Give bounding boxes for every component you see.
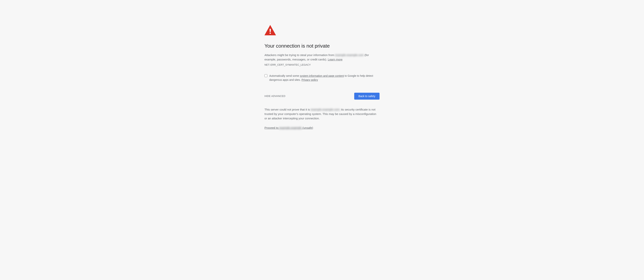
- privacy-policy-link[interactable]: Privacy policy: [302, 78, 318, 81]
- opt-in-checkbox[interactable]: [264, 74, 267, 77]
- button-row: HIDE ADVANCED Back to safety: [264, 93, 380, 100]
- learn-more-link[interactable]: Learn more: [328, 58, 342, 61]
- warning-body: Attackers might be trying to steal your …: [264, 53, 380, 62]
- error-code: NET::ERR_CERT_SYMANTEC_LEGACY: [264, 63, 380, 66]
- page-title: Your connection is not private: [264, 43, 380, 49]
- advanced-prefix: This server could not prove that it is: [264, 108, 311, 111]
- proceed-link[interactable]: Proceed to example.example (unsafe): [264, 126, 313, 129]
- hide-advanced-button[interactable]: HIDE ADVANCED: [264, 95, 285, 98]
- back-to-safety-button[interactable]: Back to safety: [354, 93, 380, 100]
- interstitial-page: Your connection is not private Attackers…: [264, 0, 380, 145]
- advanced-hostname-obscured: example.example.com;: [311, 108, 340, 111]
- proceed-suffix: (unsafe): [302, 126, 313, 129]
- warning-icon: [264, 25, 380, 35]
- opt-in-prefix: Automatically send some: [269, 74, 300, 77]
- advanced-explanation: This server could not prove that it is e…: [264, 107, 380, 121]
- svg-rect-1: [270, 29, 271, 32]
- proceed-prefix: Proceed to: [264, 126, 279, 129]
- proceed-hostname-obscured: example.example: [279, 126, 302, 129]
- system-info-link[interactable]: system information and page content: [300, 74, 344, 77]
- svg-rect-2: [270, 33, 271, 34]
- body-prefix: Attackers might be trying to steal your …: [264, 53, 335, 57]
- opt-in-row: Automatically send some system informati…: [264, 74, 380, 82]
- hostname-obscured: example.example.com: [335, 53, 364, 57]
- opt-in-text: Automatically send some system informati…: [269, 74, 380, 82]
